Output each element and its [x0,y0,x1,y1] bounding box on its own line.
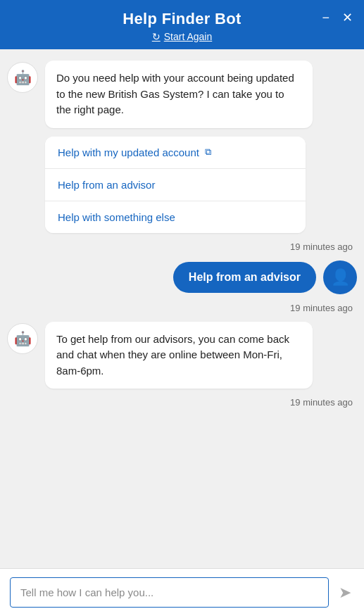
bot-bubble-2: To get help from our advisors, you can c… [45,322,313,389]
timestamp-2: 19 minutes ago [7,303,357,313]
option-label-2: Help from an advisor [58,179,155,191]
option-item-3[interactable]: Help with something else [45,201,306,233]
refresh-icon: ↻ [152,31,161,42]
user-message-row: Help from an advisor 👤 [7,260,357,294]
external-link-icon: ⧉ [205,146,211,158]
bot-icon-2: 🤖 [14,330,32,347]
header-title: Help Finder Bot [123,10,241,28]
chat-header: Help Finder Bot − ✕ ↻ Start Again [0,0,364,49]
bot-message-row-1: 🤖 Do you need help with your account bei… [7,61,357,128]
option-label-3: Help with something else [58,211,175,223]
bot-bubble-1: Do you need help with your account being… [45,61,313,128]
header-controls: − ✕ [320,10,354,25]
bot-avatar-2: 🤖 [7,323,38,354]
input-area: ➤ [0,568,364,616]
bot-message-row-2: 🤖 To get help from our advisors, you can… [7,322,357,389]
option-item-1[interactable]: Help with my updated account ⧉ [45,137,306,169]
timestamp-3: 19 minutes ago [7,397,357,408]
chat-input[interactable] [10,577,329,608]
send-button[interactable]: ➤ [336,581,354,605]
start-again-button[interactable]: ↻ Start Again [152,31,213,42]
timestamp-1: 19 minutes ago [7,241,357,252]
chat-area: 🤖 Do you need help with your account bei… [0,49,364,568]
option-item-2[interactable]: Help from an advisor [45,169,306,201]
start-again-label: Start Again [164,31,213,42]
user-bubble: Help from an advisor [173,262,316,293]
option-label-1: Help with my updated account [58,146,199,158]
options-group: Help with my updated account ⧉ Help from… [45,137,306,233]
bot-icon-1: 🤖 [14,69,32,86]
close-button[interactable]: ✕ [341,10,354,25]
user-icon: 👤 [331,268,350,287]
bot-avatar-1: 🤖 [7,62,38,93]
user-avatar: 👤 [323,260,357,294]
minimize-button[interactable]: − [320,10,331,25]
send-icon: ➤ [339,584,351,602]
